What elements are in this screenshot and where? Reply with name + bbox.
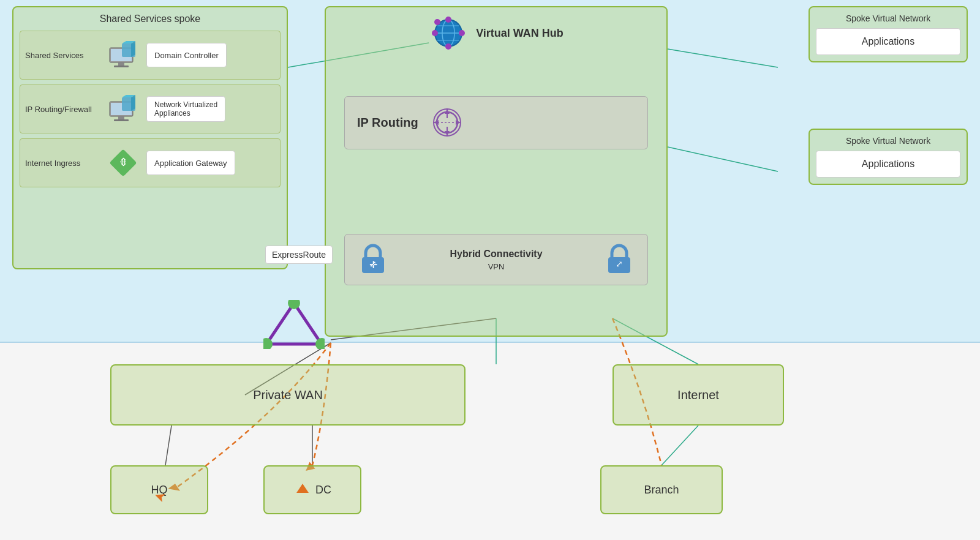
svg-marker-25 xyxy=(131,95,135,111)
private-wan-box: Private WAN xyxy=(110,364,466,426)
svg-text:⤢: ⤢ xyxy=(369,259,377,269)
spoke-vnet-2-title: Spoke Virtual Network xyxy=(816,136,960,146)
dc-box: DC xyxy=(263,465,361,514)
globe-icon xyxy=(429,13,469,53)
branch-box: Branch xyxy=(600,465,723,514)
hybrid-connectivity-section: ✛ ⤢ Hybrid Connectivity VPN ⤢ ExpressRou… xyxy=(344,234,648,285)
spoke-vnet-2-app: Applications xyxy=(816,151,960,178)
vpn-label: VPN xyxy=(389,262,603,271)
shared-services-row: Shared Services Domain Controller xyxy=(20,31,281,80)
svg-marker-56 xyxy=(296,484,309,493)
application-gateway-box: Application Gateway xyxy=(146,151,235,175)
shared-services-spoke: Shared Services spoke Shared Services Do… xyxy=(12,6,288,269)
svg-point-37 xyxy=(445,43,451,50)
svg-point-38 xyxy=(434,19,440,25)
private-wan-label: Private WAN xyxy=(253,388,323,402)
ip-routing-row: IP Routing/Firewall Network Virtualized … xyxy=(20,84,281,133)
internet-ingress-label: Internet Ingress xyxy=(25,159,105,168)
svg-text:⤢: ⤢ xyxy=(616,259,623,269)
wan-hub-title: Virtual WAN Hub xyxy=(476,27,564,40)
hybrid-connectivity-title: Hybrid Connectivity xyxy=(389,249,603,260)
svg-marker-52 xyxy=(266,303,322,344)
ip-routing-label: IP Routing/Firewall xyxy=(25,105,105,114)
internet-box: Internet xyxy=(612,364,784,426)
spoke-title: Shared Services spoke xyxy=(20,13,281,24)
shared-services-label: Shared Services xyxy=(25,51,105,60)
svg-rect-22 xyxy=(114,119,129,121)
internet-ingress-row: Internet Ingress ⇕ ↔ Application Gateway xyxy=(20,138,281,187)
routing-icon xyxy=(431,106,464,140)
internet-label: Internet xyxy=(677,388,719,402)
svg-rect-15 xyxy=(114,66,129,67)
spoke-vnet-1: Spoke Virtual Network Applications xyxy=(809,6,968,62)
lock-icon-left: ✛ ⤢ xyxy=(357,244,389,276)
monitor-cube-icon-2 xyxy=(105,91,141,127)
svg-point-35 xyxy=(445,17,451,23)
network-appliances-box: Network Virtualized Appliances xyxy=(146,96,225,122)
appgw-icon: ⇕ ↔ xyxy=(105,144,141,181)
wan-hub-header: Virtual WAN Hub xyxy=(332,13,660,53)
spoke-vnet-2: Spoke Virtual Network Applications xyxy=(809,129,968,185)
dc-label: DC xyxy=(315,484,331,497)
spoke-vnet-1-app: Applications xyxy=(816,28,960,55)
expressroute-label: ExpressRoute xyxy=(265,246,333,264)
ip-routing-section: IP Routing xyxy=(344,96,648,149)
monitor-cube-icon-1 xyxy=(105,37,141,73)
branch-label: Branch xyxy=(644,484,679,497)
spoke-vnet-1-title: Spoke Virtual Network xyxy=(816,13,960,23)
svg-point-36 xyxy=(459,30,465,36)
virtual-wan-hub: Virtual WAN Hub IP Routing ✛ ⤢ xyxy=(325,6,668,337)
expressroute-triangle xyxy=(263,300,325,351)
domain-controller-box: Domain Controller xyxy=(146,43,227,67)
dc-arrow-icon xyxy=(293,481,312,499)
ip-routing-section-label: IP Routing xyxy=(357,116,418,130)
svg-marker-18 xyxy=(131,41,135,57)
svg-point-34 xyxy=(432,30,438,36)
lock-icon-right: ⤢ xyxy=(603,244,635,276)
svg-text:↔: ↔ xyxy=(118,156,128,167)
